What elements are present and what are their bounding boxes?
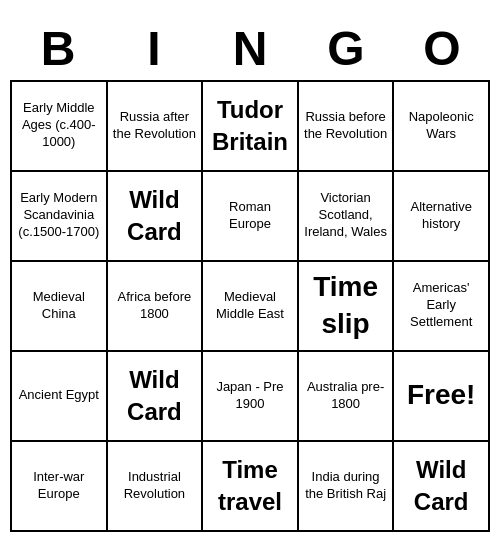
cell-text: Wild Card xyxy=(112,184,198,246)
bingo-header: BINGO xyxy=(10,13,490,80)
cell-text: Wild Card xyxy=(398,454,484,516)
cell-text: Victorian Scotland, Ireland, Wales xyxy=(303,190,389,241)
bingo-cell: Medieval China xyxy=(12,262,108,352)
bingo-cell: Americas' Early Settlement xyxy=(394,262,490,352)
bingo-cell: Japan - Pre 1900 xyxy=(203,352,299,442)
bingo-cell: Africa before 1800 xyxy=(108,262,204,352)
bingo-grid: Early Middle Ages (c.400-1000)Russia aft… xyxy=(10,80,490,532)
bingo-cell: Time slip xyxy=(299,262,395,352)
cell-text: Time travel xyxy=(207,454,293,516)
cell-text: Wild Card xyxy=(112,364,198,426)
bingo-cell: Ancient Egypt xyxy=(12,352,108,442)
cell-text: Japan - Pre 1900 xyxy=(207,379,293,413)
bingo-cell: Roman Europe xyxy=(203,172,299,262)
bingo-cell: Early Modern Scandavinia (c.1500-1700) xyxy=(12,172,108,262)
cell-text: Free! xyxy=(407,377,475,413)
bingo-cell: Alternative history xyxy=(394,172,490,262)
bingo-cell: Industrial Revolution xyxy=(108,442,204,532)
cell-text: Medieval China xyxy=(16,289,102,323)
cell-text: Early Modern Scandavinia (c.1500-1700) xyxy=(16,190,102,241)
bingo-cell: Wild Card xyxy=(108,172,204,262)
bingo-cell: Wild Card xyxy=(394,442,490,532)
cell-text: Time slip xyxy=(303,269,389,342)
bingo-cell: Time travel xyxy=(203,442,299,532)
header-letter: O xyxy=(396,21,488,76)
bingo-cell: Early Middle Ages (c.400-1000) xyxy=(12,82,108,172)
cell-text: Americas' Early Settlement xyxy=(398,280,484,331)
bingo-cell: India during the British Raj xyxy=(299,442,395,532)
bingo-cell: Napoleonic Wars xyxy=(394,82,490,172)
header-letter: B xyxy=(12,21,104,76)
bingo-cell: Russia after the Revolution xyxy=(108,82,204,172)
cell-text: Africa before 1800 xyxy=(112,289,198,323)
bingo-cell: Medieval Middle East xyxy=(203,262,299,352)
bingo-card: BINGO Early Middle Ages (c.400-1000)Russ… xyxy=(10,13,490,532)
bingo-cell: Free! xyxy=(394,352,490,442)
header-letter: G xyxy=(300,21,392,76)
cell-text: Industrial Revolution xyxy=(112,469,198,503)
cell-text: Roman Europe xyxy=(207,199,293,233)
header-letter: I xyxy=(108,21,200,76)
cell-text: India during the British Raj xyxy=(303,469,389,503)
cell-text: Australia pre-1800 xyxy=(303,379,389,413)
cell-text: Alternative history xyxy=(398,199,484,233)
cell-text: Tudor Britain xyxy=(207,94,293,156)
bingo-cell: Victorian Scotland, Ireland, Wales xyxy=(299,172,395,262)
cell-text: Early Middle Ages (c.400-1000) xyxy=(16,100,102,151)
bingo-cell: Wild Card xyxy=(108,352,204,442)
bingo-cell: Inter-war Europe xyxy=(12,442,108,532)
cell-text: Russia after the Revolution xyxy=(112,109,198,143)
cell-text: Napoleonic Wars xyxy=(398,109,484,143)
bingo-cell: Tudor Britain xyxy=(203,82,299,172)
bingo-cell: Russia before the Revolution xyxy=(299,82,395,172)
header-letter: N xyxy=(204,21,296,76)
cell-text: Medieval Middle East xyxy=(207,289,293,323)
cell-text: Russia before the Revolution xyxy=(303,109,389,143)
bingo-cell: Australia pre-1800 xyxy=(299,352,395,442)
cell-text: Inter-war Europe xyxy=(16,469,102,503)
cell-text: Ancient Egypt xyxy=(19,387,99,404)
